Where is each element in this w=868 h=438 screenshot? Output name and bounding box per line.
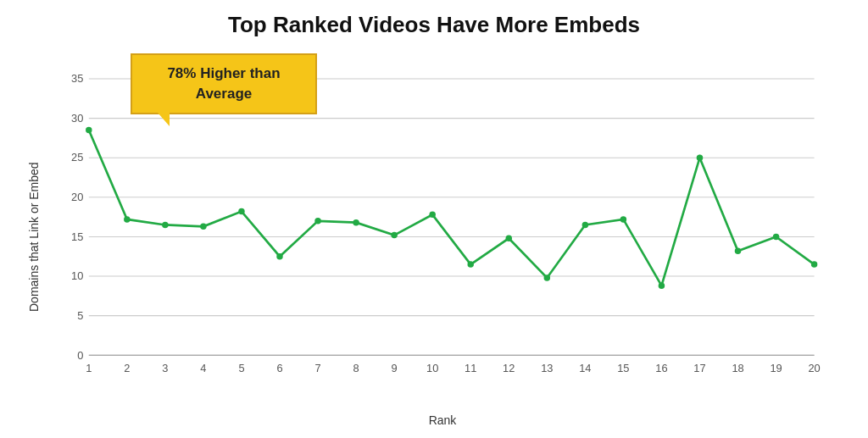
svg-text:9: 9 [392,361,398,374]
svg-text:10: 10 [71,269,83,282]
svg-text:8: 8 [353,361,359,374]
svg-point-38 [124,216,130,222]
svg-point-40 [200,223,206,229]
svg-text:35: 35 [71,72,83,85]
svg-point-52 [659,282,665,288]
chart-container: Top Ranked Videos Have More Embeds Domai… [27,12,841,427]
y-axis-label: Domains that Link or Embed [27,47,41,427]
svg-text:4: 4 [200,361,206,374]
svg-text:1: 1 [86,361,92,374]
svg-text:0: 0 [77,348,83,361]
svg-text:3: 3 [162,361,168,374]
svg-text:20: 20 [71,191,83,203]
svg-text:5: 5 [238,361,244,374]
svg-text:7: 7 [314,361,320,374]
svg-point-48 [506,235,512,241]
svg-text:13: 13 [541,361,553,374]
svg-text:10: 10 [426,361,438,374]
svg-text:16: 16 [655,361,667,374]
svg-point-37 [86,126,92,132]
svg-text:15: 15 [71,230,83,242]
svg-text:5: 5 [77,308,83,321]
svg-point-45 [391,231,397,237]
svg-point-39 [162,221,168,227]
chart-area: Domains that Link or Embed 0510152025303… [27,47,841,427]
svg-text:30: 30 [71,111,83,124]
svg-point-47 [467,261,473,267]
svg-text:2: 2 [124,361,130,374]
svg-point-53 [697,154,703,160]
plot-area: 0510152025303512345678910111213141516171… [53,47,832,410]
svg-text:6: 6 [276,361,282,374]
svg-text:11: 11 [465,361,476,374]
svg-point-50 [582,221,588,227]
svg-text:14: 14 [579,361,591,374]
chart-inner: 0510152025303512345678910111213141516171… [44,47,841,427]
svg-text:18: 18 [732,361,743,374]
svg-point-41 [238,208,244,213]
chart-title: Top Ranked Videos Have More Embeds [228,12,640,38]
callout-text: 78% Higher than Average [167,65,280,102]
svg-text:25: 25 [71,151,83,164]
svg-point-42 [276,252,282,258]
svg-text:15: 15 [617,361,629,374]
svg-point-54 [735,247,741,253]
svg-point-43 [314,218,320,224]
svg-text:20: 20 [808,361,820,374]
svg-point-56 [811,261,817,267]
svg-point-55 [773,233,779,239]
svg-point-49 [544,274,550,280]
svg-text:12: 12 [503,361,515,374]
svg-point-51 [620,216,626,222]
svg-text:19: 19 [770,361,782,374]
x-axis-label: Rank [44,413,841,427]
svg-point-44 [353,219,359,225]
svg-point-46 [429,211,435,217]
callout-box: 78% Higher than Average [131,53,317,114]
svg-text:17: 17 [693,361,705,374]
